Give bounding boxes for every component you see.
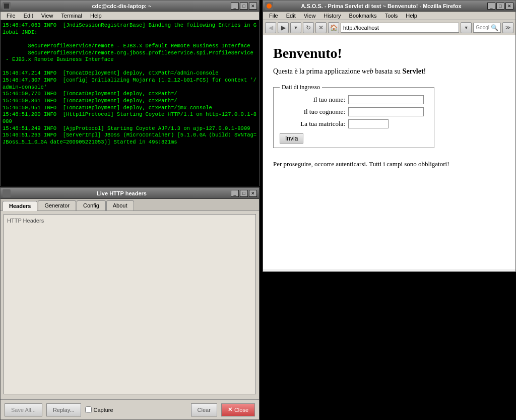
svg-rect-2	[4, 191, 9, 196]
http-headers-content: HTTP Headers	[1, 211, 259, 397]
http-bottom-bar: Save All... Replay... Capture Clear ✕ Cl…	[1, 399, 259, 419]
log-line: 15:46:51,200 INFO [Http11Protocol] Start…	[3, 111, 257, 125]
google-search-label: Googl	[476, 25, 489, 30]
back-button[interactable]: ◀	[265, 22, 276, 33]
page-heading: Benvenuto!	[273, 45, 505, 61]
form-row-cognome: Il tuo cognome:	[280, 107, 428, 116]
firefox-navbar: ◀ ▶ ▼ ↻ ✕ 🏠 ▼ Googl 🔍 ≫	[263, 20, 515, 35]
log-line	[3, 36, 257, 43]
log-line: 15:46:50,861 INFO [TomcatDeployment] dep…	[3, 98, 257, 105]
tab-generator[interactable]: Generator	[38, 200, 76, 211]
firefox-titlebar: A.S.O.S. - Prima Servlet di test ~ Benve…	[263, 1, 515, 12]
replay-button[interactable]: Replay...	[46, 403, 81, 416]
field-nome-input[interactable]	[348, 95, 424, 104]
terminal-menu-terminal[interactable]: Terminal	[57, 12, 86, 19]
http-headers-window: Live HTTP headers _ □ ✕ Headers Generato…	[0, 187, 260, 420]
http-headers-label: HTTP Headers	[6, 217, 253, 225]
capture-checkbox[interactable]	[85, 406, 92, 413]
stop-button[interactable]: ✕	[315, 22, 327, 33]
capture-label: Capture	[94, 407, 113, 413]
reload-button[interactable]: ↻	[303, 22, 314, 33]
field-nome-label: Il tuo nome:	[280, 96, 345, 104]
http-title: Live HTTP headers	[13, 190, 231, 196]
terminal-content: 15:46:47,063 INFO [JndiSessionRegistrarB…	[1, 20, 259, 183]
terminal-window-controls: _ □ ✕	[231, 3, 257, 10]
close-label: Close	[234, 407, 248, 413]
log-line: 15:46:47,214 INFO [TomcatDeployment] dep…	[3, 70, 257, 77]
terminal-minimize-button[interactable]: _	[231, 3, 239, 10]
tab-about[interactable]: About	[106, 200, 134, 211]
log-line: 15:46:47,307 INFO [config] Initializing …	[3, 77, 257, 91]
capture-checkbox-container: Capture	[85, 406, 113, 413]
http-maximize-button[interactable]: □	[240, 190, 248, 197]
subtitle-text1: Questa è la prima applicazione	[273, 67, 362, 75]
log-line: 15:46:47,063 INFO [JndiSessionRegistrarB…	[3, 22, 257, 36]
log-line: SecureProfileService/remote-org.jboss.pr…	[3, 50, 257, 57]
firefox-close-button[interactable]: ✕	[505, 3, 513, 10]
log-line: 15:46:51,249 INFO [AjpProtocol] Starting…	[3, 125, 257, 132]
submit-button[interactable]: Invia	[280, 133, 303, 144]
terminal-titlebar: cdc@cdc-dis-laptop: ~ _ □ ✕	[1, 1, 259, 12]
firefox-page-content: Benvenuto! Questa è la prima applicazion…	[263, 35, 515, 269]
svg-rect-0	[4, 4, 9, 9]
firefox-menu-tools[interactable]: Tools	[381, 12, 402, 19]
http-headers-textarea[interactable]: HTTP Headers	[4, 214, 256, 394]
subtitle-text2: basata su	[373, 67, 403, 75]
url-dropdown-button[interactable]: ▼	[461, 22, 472, 33]
log-line: 15:46:50,770 INFO [TomcatDeployment] dep…	[3, 91, 257, 98]
firefox-menu-file[interactable]: File	[265, 12, 282, 19]
terminal-window-icon	[3, 2, 11, 10]
close-button[interactable]: ✕ Close	[221, 403, 255, 416]
terminal-maximize-button[interactable]: □	[240, 3, 248, 10]
firefox-window: A.S.O.S. - Prima Servlet di test ~ Benve…	[263, 0, 516, 272]
close-x-icon: ✕	[228, 406, 232, 413]
search-bar: Googl 🔍	[473, 23, 501, 33]
firefox-title: A.S.O.S. - Prima Servlet di test ~ Benve…	[275, 3, 487, 9]
firefox-menubar: File Edit View History Bookmarks Tools H…	[263, 12, 515, 20]
firefox-menu-edit[interactable]: Edit	[282, 12, 300, 19]
log-line: - EJB3.x Remote Business Interface	[3, 56, 257, 63]
terminal-menu-edit[interactable]: Edit	[20, 12, 37, 19]
http-window-controls: _ □ ✕	[231, 190, 257, 197]
log-line	[3, 63, 257, 71]
firefox-menu-help[interactable]: Help	[402, 12, 421, 19]
terminal-menubar: File Edit View Terminal Help	[1, 12, 259, 20]
http-window-icon	[3, 189, 11, 197]
terminal-menu-file[interactable]: File	[3, 12, 20, 19]
form-row-matricola: La tua matricola:	[280, 119, 428, 128]
form-row-nome: Il tuo nome:	[280, 95, 428, 104]
clear-button[interactable]: Clear	[191, 403, 217, 416]
terminal-close-button[interactable]: ✕	[249, 3, 257, 10]
form-fieldset: Dati di ingresso Il tuo nome: Il tuo cog…	[273, 84, 434, 148]
svg-point-1	[267, 4, 272, 9]
save-all-button[interactable]: Save All...	[5, 403, 42, 416]
nav-extra-button[interactable]: ≫	[502, 22, 513, 33]
search-icon[interactable]: 🔍	[490, 24, 498, 32]
fieldset-legend: Dati di ingresso	[280, 84, 322, 91]
page-subtitle: Questa è la prima applicazione web basat…	[273, 67, 505, 76]
http-titlebar: Live HTTP headers _ □ ✕	[1, 188, 259, 199]
firefox-menu-bookmarks[interactable]: Bookmarks	[345, 12, 381, 19]
terminal-title: cdc@cdc-dis-laptop: ~	[13, 3, 231, 9]
firefox-maximize-button[interactable]: □	[496, 3, 504, 10]
firefox-menu-history[interactable]: History	[319, 12, 345, 19]
http-tab-bar: Headers Generator Config About	[1, 199, 259, 211]
field-cognome-input[interactable]	[348, 107, 424, 116]
dropdown-button[interactable]: ▼	[290, 22, 301, 33]
subtitle-text3: !	[424, 67, 426, 75]
url-bar[interactable]	[341, 23, 459, 33]
firefox-minimize-button[interactable]: _	[487, 3, 495, 10]
log-line: 15:46:51,263 INFO [ServerImpl] JBoss (Mi…	[3, 132, 257, 146]
firefox-window-icon	[265, 2, 273, 10]
home-button[interactable]: 🏠	[328, 22, 339, 33]
page-footer: Per proseguire, occorre autenticarsi. Tu…	[273, 160, 505, 168]
firefox-menu-view[interactable]: View	[300, 12, 320, 19]
tab-config[interactable]: Config	[77, 200, 106, 211]
tab-headers[interactable]: Headers	[3, 201, 37, 211]
terminal-menu-view[interactable]: View	[37, 12, 57, 19]
forward-button[interactable]: ▶	[278, 22, 289, 33]
terminal-menu-help[interactable]: Help	[86, 12, 106, 19]
http-minimize-button[interactable]: _	[231, 190, 239, 197]
http-close-button[interactable]: ✕	[249, 190, 257, 197]
field-matricola-input[interactable]	[348, 119, 389, 128]
